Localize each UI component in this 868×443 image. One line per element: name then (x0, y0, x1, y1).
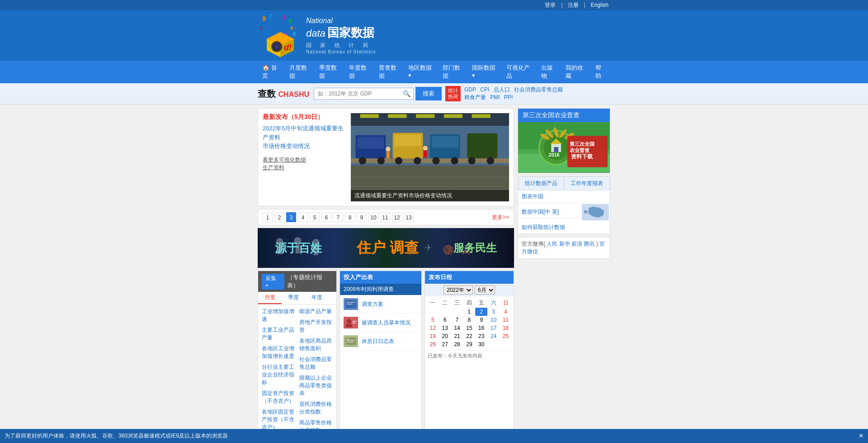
cal-day-17[interactable]: 17 (487, 324, 500, 332)
cal-day-4[interactable]: 4 (500, 308, 512, 316)
item-industrial-growth[interactable]: 工业增加值增速 (260, 306, 297, 325)
nav-quarterly[interactable]: 季度数据 (315, 61, 344, 83)
cal-day-26[interactable]: 26 (427, 340, 439, 348)
stats-products-link[interactable]: 统计数据产品 (518, 176, 564, 191)
year-select[interactable]: 2022年 (443, 286, 473, 295)
item-regional-growth[interactable]: 各地区工业增加值增长速度 (260, 343, 297, 362)
item-housing-sales[interactable]: 各地区商品房销售面积 (297, 336, 335, 354)
how-to-get-data-link[interactable]: 如何获取统计数据 (518, 221, 610, 234)
cal-day-21[interactable]: 21 (451, 332, 463, 340)
cal-day-16[interactable]: 16 (475, 324, 487, 332)
hot-population[interactable]: 总人口 (494, 86, 510, 93)
tab-annual[interactable]: 年度 (305, 292, 329, 304)
page-6[interactable]: 6 (321, 212, 331, 222)
data-china-link[interactable]: 数据中国[中 英] (518, 206, 581, 219)
cal-day-18[interactable]: 18 (500, 324, 512, 332)
cal-day-11[interactable]: 11 (500, 316, 512, 324)
annual-report-link[interactable]: 工作年度报表 (564, 176, 610, 191)
more-viz-link[interactable]: 看更多可视化数据 (263, 156, 346, 164)
search-button[interactable]: 搜索 (415, 87, 442, 100)
cal-day-12[interactable]: 12 (427, 324, 439, 332)
page-5[interactable]: 5 (310, 212, 320, 222)
cal-day-2[interactable]: 2 (475, 308, 487, 316)
hot-grain[interactable]: 粮食产量 (464, 94, 486, 100)
nav-dept[interactable]: 部门数据 (438, 61, 468, 83)
io-item-3[interactable]: 休 休息日日志表 (340, 332, 421, 351)
hot-cpi[interactable]: CPI (480, 86, 489, 93)
weibo-tencent[interactable]: 腾讯 (584, 241, 594, 247)
cal-day-7[interactable]: 7 (451, 316, 463, 324)
cal-day-15[interactable]: 15 (463, 324, 476, 332)
cal-day-23[interactable]: 23 (475, 332, 487, 340)
page-9[interactable]: 9 (357, 212, 367, 222)
item-cpi-categories[interactable]: 居民消费价格分类指数 (297, 399, 335, 418)
cal-day-27[interactable]: 27 (439, 340, 451, 348)
tab-quarterly[interactable]: 季度 (282, 292, 305, 304)
english-link[interactable]: English (591, 2, 609, 8)
news-subtitle-link[interactable]: 市场价格变动情况 (263, 142, 346, 151)
cal-day-22[interactable]: 22 (463, 332, 476, 340)
cal-day-1[interactable]: 1 (463, 308, 476, 316)
cal-day-3[interactable]: 3 (487, 308, 500, 316)
nav-annual[interactable]: 年度数据 (344, 61, 374, 83)
page-12[interactable]: 12 (392, 212, 402, 222)
cal-day-29[interactable]: 29 (463, 340, 476, 348)
search-input[interactable] (314, 88, 400, 99)
io-item-2[interactable]: 被调查人员基本情况 (340, 314, 421, 332)
page-3[interactable]: 3 (286, 212, 296, 222)
cal-day-14[interactable]: 14 (451, 324, 463, 332)
item-major-products[interactable]: 主要工业产品产量 (260, 325, 297, 343)
nav-visual[interactable]: 可视化产品 (502, 61, 537, 83)
notice-close[interactable]: × (859, 431, 863, 441)
page-11[interactable]: 11 (380, 212, 390, 222)
cal-day-28[interactable]: 28 (451, 340, 463, 348)
nav-favorites[interactable]: 我的收藏 (561, 61, 591, 83)
cal-day-8[interactable]: 8 (463, 316, 476, 324)
login-link[interactable]: 登录 (545, 2, 556, 8)
item-fixed-assets[interactable]: 固定资产投资（不含农户） (260, 388, 297, 407)
cal-day-6[interactable]: 6 (439, 316, 451, 324)
hot-pmi[interactable]: PMI (490, 94, 500, 100)
page-10[interactable]: 10 (368, 212, 378, 222)
io-link-1[interactable]: 调查方案 (362, 300, 383, 308)
cal-day-20[interactable]: 20 (439, 332, 451, 340)
cal-day-19[interactable]: 19 (427, 332, 439, 340)
production-link[interactable]: 生产资料 (263, 164, 346, 171)
cal-day-25[interactable]: 25 (500, 332, 512, 340)
collect-tab[interactable]: 采集 + (262, 274, 284, 290)
nav-monthly[interactable]: 月度数据 (285, 61, 315, 83)
tab-monthly[interactable]: 月度 (258, 292, 282, 304)
chart-china-link[interactable]: 图表中国 (518, 191, 610, 203)
nav-home[interactable]: 🏠 首页 (258, 61, 285, 83)
page-8[interactable]: 8 (345, 212, 355, 222)
hot-retail[interactable]: 社会消费品零售总额 (514, 86, 563, 93)
page-13[interactable]: 13 (404, 212, 414, 222)
weibo-people[interactable]: 人民 (547, 241, 557, 247)
item-realestate[interactable]: 房地产开发投资 (297, 317, 335, 336)
more-link[interactable]: 更多>> (492, 214, 509, 221)
page-4[interactable]: 4 (298, 212, 308, 222)
cal-day-9[interactable]: 9 (475, 316, 487, 324)
weibo-sina[interactable]: 新浪 (571, 241, 582, 247)
hot-gdp[interactable]: GDP (464, 86, 476, 93)
page-1[interactable]: 1 (263, 212, 273, 222)
item-enterprise-retail[interactable]: 限额以上企业商品零售类值表 (297, 373, 335, 399)
month-select[interactable]: 6月 (475, 286, 495, 295)
nav-publication[interactable]: 出版物 (537, 61, 561, 83)
cal-day-5[interactable]: 5 (427, 316, 439, 324)
cal-day-24[interactable]: 24 (487, 332, 500, 340)
weibo-xinhua[interactable]: 新华 (559, 241, 570, 247)
nav-help[interactable]: 帮助 (591, 61, 610, 83)
cal-day-10[interactable]: 10 (487, 316, 500, 324)
io-item-1[interactable]: 调查方案 (340, 295, 421, 314)
nav-intl[interactable]: 国际数据 ▾ (467, 61, 501, 83)
hot-ppi[interactable]: PPI (504, 94, 513, 100)
io-link-3[interactable]: 休息日日志表 (362, 338, 394, 345)
page-7[interactable]: 7 (333, 212, 343, 222)
register-link[interactable]: 注册 (568, 2, 579, 8)
nav-regional[interactable]: 地区数据 ▾ (404, 61, 438, 83)
io-link-2[interactable]: 被调查人员基本情况 (362, 319, 410, 327)
news-title-link[interactable]: 2022年5月中旬流通领域重要生产资料 (263, 124, 346, 142)
nav-census[interactable]: 普查数据 (374, 61, 404, 83)
item-social-retail[interactable]: 社会消费品零售总额 (297, 354, 335, 373)
